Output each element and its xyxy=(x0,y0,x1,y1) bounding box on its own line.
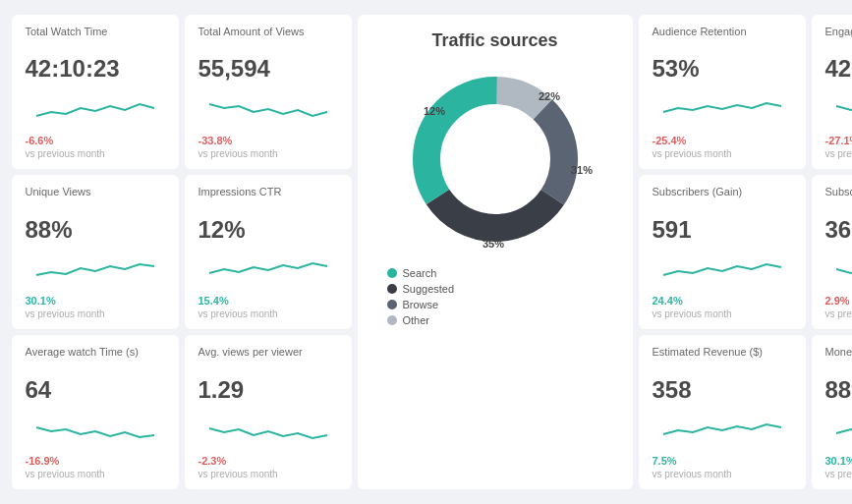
card-unique-views: Unique Views 88% 30.1% vs previous month xyxy=(12,175,179,329)
card-title-audience-retention: Audience Retention xyxy=(653,25,792,38)
card-value-avg-watch-time: 64 xyxy=(26,377,165,403)
change-unique-views: 30.1% xyxy=(26,295,165,307)
legend-label-other: Other xyxy=(403,314,430,326)
card-value-estimated-revenue: 358 xyxy=(653,377,792,403)
change-engagement: -27.1% xyxy=(825,135,853,146)
card-value-monetized-playbacks: 88% xyxy=(825,377,853,403)
change-total-views: -33.8% xyxy=(199,135,338,146)
change-monetized-playbacks: 30.1% xyxy=(825,455,853,467)
card-title-avg-views-per-viewer: Avg. views per viewer xyxy=(199,345,338,359)
vs-label-audience-retention: vs previous month xyxy=(653,148,792,159)
card-title-monetized-playbacks: Monetized playbacks (%) xyxy=(825,345,853,359)
traffic-legend: Search Suggested Browse Other xyxy=(368,267,623,326)
change-estimated-revenue: 7.5% xyxy=(653,455,792,467)
traffic-sources-card: Traffic sources xyxy=(358,15,633,490)
card-avg-watch-time: Average watch Time (s) 64 -16.9% vs prev… xyxy=(12,335,179,489)
sparkline-total-views xyxy=(199,98,338,120)
vs-label-unique-views: vs previous month xyxy=(26,308,165,319)
card-impressions-ctr: Impressions CTR 12% 15.4% vs previous mo… xyxy=(185,175,352,329)
sparkline-subscribers-lost xyxy=(825,259,853,281)
card-value-subscribers-lost: 36 xyxy=(825,217,853,243)
change-impressions-ctr: 15.4% xyxy=(199,295,338,307)
change-avg-watch-time: -16.9% xyxy=(26,455,165,467)
card-title-total-watch-time: Total Watch Time xyxy=(26,25,165,38)
sparkline-impressions-ctr xyxy=(199,259,338,281)
legend-dot-suggested xyxy=(387,284,397,294)
vs-label-total-watch-time: vs previous month xyxy=(26,148,165,159)
change-subscribers-lost: 2.9% xyxy=(825,295,853,307)
card-subscribers-gain: Subscribers (Gain) 591 24.4% vs previous… xyxy=(639,175,806,329)
legend-label-browse: Browse xyxy=(403,299,439,310)
card-title-impressions-ctr: Impressions CTR xyxy=(199,185,338,198)
card-total-views: Total Amount of Views 55,594 -33.8% vs p… xyxy=(185,15,352,169)
card-total-watch-time: Total Watch Time 42:10:23 -6.6% vs previ… xyxy=(12,15,179,169)
legend-browse: Browse xyxy=(387,299,603,310)
change-avg-views-per-viewer: -2.3% xyxy=(199,455,338,467)
sparkline-audience-retention xyxy=(653,98,792,120)
card-engagement: Engagement 42,419 -27.1% vs previous mon… xyxy=(812,15,853,169)
vs-label-avg-watch-time: vs previous month xyxy=(26,469,165,479)
legend-search: Search xyxy=(387,267,603,279)
sparkline-engagement xyxy=(825,98,853,120)
card-avg-views-per-viewer: Avg. views per viewer 1.29 -2.3% vs prev… xyxy=(185,335,352,489)
card-value-avg-views-per-viewer: 1.29 xyxy=(199,377,338,403)
vs-label-total-views: vs previous month xyxy=(199,148,338,159)
vs-label-estimated-revenue: vs previous month xyxy=(653,469,792,479)
change-audience-retention: -25.4% xyxy=(653,135,792,146)
card-estimated-revenue: Estimated Revenue ($) 358 7.5% vs previo… xyxy=(639,335,806,489)
sparkline-avg-views-per-viewer xyxy=(199,420,338,441)
sparkline-total-watch-time xyxy=(26,98,165,120)
card-value-subscribers-gain: 591 xyxy=(653,217,792,243)
legend-dot-browse xyxy=(387,300,397,309)
card-value-audience-retention: 53% xyxy=(653,56,792,82)
dashboard: Total Watch Time 42:10:23 -6.6% vs previ… xyxy=(4,7,849,498)
vs-label-subscribers-lost: vs previous month xyxy=(825,308,853,319)
card-monetized-playbacks: Monetized playbacks (%) 88% 30.1% vs pre… xyxy=(812,335,853,489)
card-value-impressions-ctr: 12% xyxy=(199,217,338,243)
change-subscribers-gain: 24.4% xyxy=(653,295,792,307)
sparkline-estimated-revenue xyxy=(653,420,792,441)
vs-label-avg-views-per-viewer: vs previous month xyxy=(199,469,338,479)
donut-chart: 35% 31% 22% 12% xyxy=(397,61,594,257)
legend-suggested: Suggested xyxy=(387,283,603,295)
vs-label-engagement: vs previous month xyxy=(825,148,853,159)
legend-dot-search xyxy=(387,268,397,278)
card-title-subscribers-lost: Subscribers (Lost) xyxy=(825,185,853,198)
sparkline-avg-watch-time xyxy=(26,420,165,441)
donut-svg: 35% 31% 22% 12% xyxy=(397,61,594,257)
label-31: 31% xyxy=(570,164,592,176)
legend-other: Other xyxy=(387,314,603,326)
card-value-total-views: 55,594 xyxy=(199,56,338,82)
label-22: 22% xyxy=(538,90,559,102)
sparkline-monetized-playbacks xyxy=(825,420,853,441)
vs-label-impressions-ctr: vs previous month xyxy=(199,308,338,319)
traffic-title: Traffic sources xyxy=(431,30,557,51)
change-total-watch-time: -6.6% xyxy=(26,135,165,146)
sparkline-unique-views xyxy=(26,259,165,281)
legend-dot-other xyxy=(387,315,397,325)
label-35: 35% xyxy=(482,238,503,250)
label-12: 12% xyxy=(423,105,444,117)
card-title-avg-watch-time: Average watch Time (s) xyxy=(26,345,165,359)
donut-inner xyxy=(441,105,549,213)
legend-label-search: Search xyxy=(403,267,437,279)
card-title-subscribers-gain: Subscribers (Gain) xyxy=(653,185,792,198)
card-title-total-views: Total Amount of Views xyxy=(199,25,338,38)
card-subscribers-lost: Subscribers (Lost) 36 2.9% vs previous m… xyxy=(812,175,853,329)
card-audience-retention: Audience Retention 53% -25.4% vs previou… xyxy=(639,15,806,169)
card-title-estimated-revenue: Estimated Revenue ($) xyxy=(653,345,792,359)
card-value-total-watch-time: 42:10:23 xyxy=(26,56,165,82)
vs-label-monetized-playbacks: vs previous month xyxy=(825,469,853,479)
card-value-unique-views: 88% xyxy=(26,217,165,243)
card-title-unique-views: Unique Views xyxy=(26,185,165,198)
legend-label-suggested: Suggested xyxy=(403,283,455,295)
card-value-engagement: 42,419 xyxy=(825,56,853,82)
vs-label-subscribers-gain: vs previous month xyxy=(653,308,792,319)
sparkline-subscribers-gain xyxy=(653,259,792,281)
card-title-engagement: Engagement xyxy=(825,25,853,38)
